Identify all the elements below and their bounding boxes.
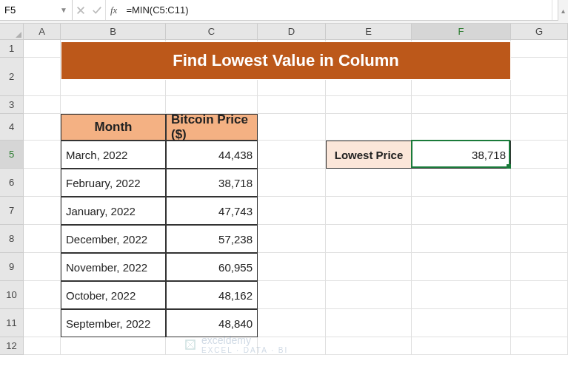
cell[interactable]	[24, 58, 61, 96]
lowest-price-label[interactable]: Lowest Price	[326, 141, 412, 169]
cell[interactable]	[511, 197, 568, 225]
row-header-6[interactable]: 6	[0, 169, 24, 197]
cell[interactable]	[412, 169, 511, 197]
table-cell-price[interactable]: 60,955	[166, 253, 258, 281]
row-header-5[interactable]: 5	[0, 141, 24, 169]
cell[interactable]	[511, 141, 568, 169]
table-cell-month[interactable]: December, 2022	[61, 225, 166, 253]
cell[interactable]	[24, 197, 61, 225]
row-header-2[interactable]: 2	[0, 58, 24, 96]
table-cell-price[interactable]: 47,743	[166, 197, 258, 225]
cell[interactable]	[326, 225, 412, 253]
cell[interactable]	[511, 253, 568, 281]
cell[interactable]	[326, 337, 412, 355]
fx-label[interactable]: fx	[106, 0, 121, 20]
cancel-icon[interactable]	[76, 5, 86, 16]
cell[interactable]	[326, 96, 412, 114]
cell[interactable]	[412, 96, 511, 114]
cell[interactable]	[326, 253, 412, 281]
cell[interactable]	[61, 96, 166, 114]
col-header-F[interactable]: F	[412, 24, 511, 39]
cell[interactable]	[24, 309, 61, 337]
cell[interactable]	[258, 169, 326, 197]
cell[interactable]	[511, 337, 568, 355]
row-header-11[interactable]: 11	[0, 309, 24, 337]
cell[interactable]	[511, 309, 568, 337]
select-all-button[interactable]	[0, 24, 24, 39]
cell[interactable]	[24, 337, 61, 355]
cell[interactable]	[412, 253, 511, 281]
cell[interactable]	[24, 141, 61, 169]
table-cell-month[interactable]: October, 2022	[61, 281, 166, 309]
confirm-icon[interactable]	[92, 5, 102, 16]
col-header-G[interactable]: G	[511, 24, 568, 39]
row-header-12[interactable]: 12	[0, 337, 24, 355]
cell[interactable]	[166, 96, 258, 114]
scrollbar-up-icon[interactable]: ▴	[558, 0, 568, 21]
cell[interactable]	[511, 40, 568, 58]
col-header-B[interactable]: B	[61, 24, 166, 39]
cell[interactable]	[511, 58, 568, 96]
table-cell-month[interactable]: January, 2022	[61, 197, 166, 225]
row-header-8[interactable]: 8	[0, 225, 24, 253]
cell[interactable]	[24, 253, 61, 281]
table-header-month[interactable]: Month	[61, 114, 166, 141]
col-header-E[interactable]: E	[326, 24, 412, 39]
lowest-price-value[interactable]: 38,718	[412, 141, 511, 169]
cell[interactable]	[511, 225, 568, 253]
cell[interactable]	[511, 96, 568, 114]
cell[interactable]	[412, 197, 511, 225]
cell[interactable]	[326, 114, 412, 141]
name-box[interactable]: F5 ▼	[0, 0, 73, 20]
cell[interactable]	[258, 253, 326, 281]
cell[interactable]	[258, 225, 326, 253]
table-cell-month[interactable]: September, 2022	[61, 309, 166, 337]
cell[interactable]	[24, 169, 61, 197]
table-cell-price[interactable]: 48,840	[166, 309, 258, 337]
name-box-dropdown-icon[interactable]: ▼	[60, 6, 67, 14]
table-cell-price[interactable]: 57,238	[166, 225, 258, 253]
cell[interactable]	[24, 225, 61, 253]
cell[interactable]	[326, 281, 412, 309]
table-cell-month[interactable]: March, 2022	[61, 141, 166, 169]
cell[interactable]	[412, 309, 511, 337]
cell[interactable]	[326, 169, 412, 197]
table-cell-price[interactable]: 38,718	[166, 169, 258, 197]
cell[interactable]	[511, 169, 568, 197]
cell[interactable]	[24, 96, 61, 114]
table-cell-month[interactable]: November, 2022	[61, 253, 166, 281]
col-header-D[interactable]: D	[258, 24, 326, 39]
cell[interactable]	[258, 96, 326, 114]
col-header-A[interactable]: A	[24, 24, 61, 39]
cell[interactable]	[258, 197, 326, 225]
cell[interactable]	[258, 141, 326, 169]
cell[interactable]	[24, 40, 61, 58]
cell[interactable]	[412, 225, 511, 253]
cell[interactable]	[326, 197, 412, 225]
row-header-7[interactable]: 7	[0, 197, 24, 225]
cell[interactable]	[61, 337, 166, 355]
cell[interactable]	[511, 114, 568, 141]
row-header-1[interactable]: 1	[0, 40, 24, 58]
cell[interactable]	[24, 281, 61, 309]
cell[interactable]	[412, 337, 511, 355]
row-header-10[interactable]: 10	[0, 281, 24, 309]
watermark-brand: exceldemy	[201, 334, 251, 346]
table-cell-price[interactable]: 48,162	[166, 281, 258, 309]
row-header-9[interactable]: 9	[0, 253, 24, 281]
cell[interactable]	[326, 309, 412, 337]
cell[interactable]	[258, 281, 326, 309]
cell[interactable]	[258, 114, 326, 141]
formula-input[interactable]: =MIN(C5:C11)	[121, 0, 552, 20]
table-header-price[interactable]: Bitcoin Price ($)	[166, 114, 258, 141]
cell[interactable]	[24, 114, 61, 141]
cell[interactable]	[412, 114, 511, 141]
row-header-3[interactable]: 3	[0, 96, 24, 114]
table-cell-price[interactable]: 44,438	[166, 141, 258, 169]
col-header-C[interactable]: C	[166, 24, 258, 39]
cell[interactable]	[412, 281, 511, 309]
table-cell-month[interactable]: February, 2022	[61, 169, 166, 197]
row-header-4[interactable]: 4	[0, 114, 24, 141]
cell[interactable]	[258, 309, 326, 337]
cell[interactable]	[511, 281, 568, 309]
